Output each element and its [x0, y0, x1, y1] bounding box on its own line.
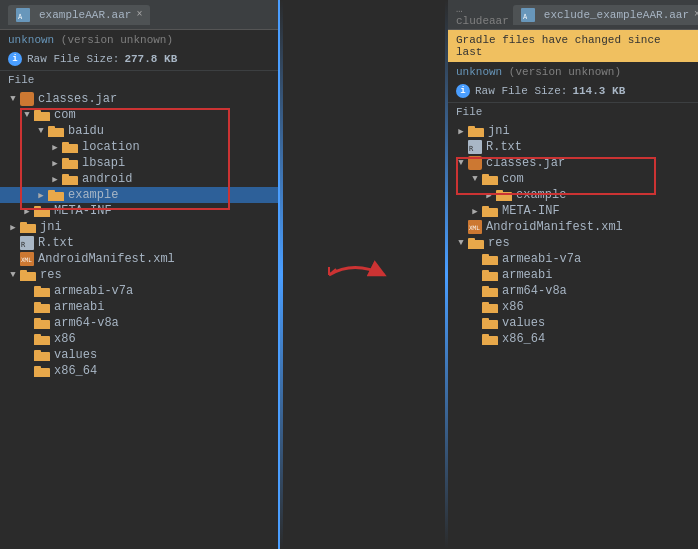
folder-icon-jni-left	[20, 221, 36, 233]
chevron-com-right	[470, 174, 480, 184]
right-panel: …cludeaar A exclude_exampleAAR.aar × Gra…	[448, 0, 698, 549]
folder-icon-android	[62, 173, 78, 185]
right-section-label: File	[448, 102, 698, 121]
folder-icon-armeabi-v7a-right	[482, 253, 498, 265]
aar-icon-right: A	[521, 8, 535, 22]
right-info-icon: i	[456, 84, 470, 98]
svg-text:XML: XML	[21, 256, 32, 263]
svg-rect-15	[34, 206, 41, 210]
left-armeabi[interactable]: armeabi	[0, 299, 278, 315]
folder-icon-arm64-right	[482, 285, 498, 297]
svg-rect-25	[34, 286, 41, 290]
folder-icon-x86-64-right	[482, 333, 498, 345]
left-res[interactable]: res	[0, 267, 278, 283]
right-arm64-v8a[interactable]: arm64-v8a	[448, 283, 698, 299]
left-classes-jar[interactable]: classes.jar	[0, 91, 278, 107]
chevron-jni-left	[8, 222, 18, 232]
chevron-classes-jar-right	[456, 158, 466, 168]
left-tab[interactable]: A exampleAAR.aar ×	[8, 5, 150, 25]
chevron-com	[22, 110, 32, 120]
left-x86-64[interactable]: x86_64	[0, 363, 278, 379]
chevron-meta-inf-right	[470, 206, 480, 216]
folder-icon-values-left	[34, 349, 50, 361]
svg-rect-54	[468, 238, 475, 242]
left-tree: classes.jar com baidu location	[0, 89, 278, 549]
right-android-manifest[interactable]: XML AndroidManifest.xml	[448, 219, 698, 235]
left-baidu[interactable]: baidu	[0, 123, 278, 139]
svg-rect-9	[62, 158, 69, 162]
right-classes-jar[interactable]: classes.jar	[448, 155, 698, 171]
left-example[interactable]: example	[0, 187, 278, 203]
left-x86[interactable]: x86	[0, 331, 278, 347]
svg-rect-64	[482, 318, 489, 322]
left-tab-close[interactable]: ×	[136, 9, 142, 20]
svg-rect-3	[34, 110, 41, 114]
left-r-txt[interactable]: R R.txt	[0, 235, 278, 251]
left-android-manifest[interactable]: XML AndroidManifest.xml	[0, 251, 278, 267]
right-example[interactable]: example	[448, 187, 698, 203]
left-panel: A exampleAAR.aar × unknown (version unkn…	[0, 0, 280, 549]
right-armeabi[interactable]: armeabi	[448, 267, 698, 283]
chevron-res-left	[8, 270, 18, 280]
svg-rect-27	[34, 302, 41, 306]
left-lbsapi[interactable]: lbsapi	[0, 155, 278, 171]
right-file-size-bar: i Raw File Size: 114.3 KB	[448, 82, 698, 102]
left-meta-inf[interactable]: META-INF	[0, 203, 278, 219]
svg-rect-42	[468, 126, 475, 130]
left-values[interactable]: values	[0, 347, 278, 363]
folder-icon-jni-right	[468, 125, 484, 137]
left-info-icon: i	[8, 52, 22, 66]
right-res[interactable]: res	[448, 235, 698, 251]
arrow-area	[280, 0, 448, 549]
folder-icon-x86-right	[482, 301, 498, 313]
right-x86-64[interactable]: x86_64	[448, 331, 698, 347]
left-jni[interactable]: jni	[0, 219, 278, 235]
chevron-jni-right	[456, 126, 466, 136]
folder-icon-armeabi-v7a-left	[34, 285, 50, 297]
svg-rect-5	[48, 126, 55, 130]
gradle-notification: Gradle files have changed since last	[448, 30, 698, 62]
folder-icon-location	[62, 141, 78, 153]
svg-rect-56	[482, 254, 489, 258]
right-values[interactable]: values	[448, 315, 698, 331]
right-armeabi-v7a[interactable]: armeabi-v7a	[448, 251, 698, 267]
folder-icon-x86-left	[34, 333, 50, 345]
left-location[interactable]: location	[0, 139, 278, 155]
left-android[interactable]: android	[0, 171, 278, 187]
left-arm64-v8a[interactable]: arm64-v8a	[0, 315, 278, 331]
arrow-svg	[324, 245, 404, 305]
jar-icon-left	[20, 92, 34, 106]
folder-icon-values-right	[482, 317, 498, 329]
folder-icon-com-right	[482, 173, 498, 185]
right-tab-close[interactable]: ×	[694, 9, 698, 20]
right-info-version: unknown (version unknown)	[448, 62, 698, 82]
svg-rect-33	[34, 350, 41, 354]
folder-icon-baidu	[48, 125, 64, 137]
chevron-lbsapi	[50, 158, 60, 168]
svg-rect-23	[20, 270, 27, 274]
left-armeabi-v7a[interactable]: armeabi-v7a	[0, 283, 278, 299]
left-com[interactable]: com	[0, 107, 278, 123]
folder-icon-res-left	[20, 269, 36, 281]
svg-rect-11	[62, 174, 69, 178]
folder-icon-armeabi-left	[34, 301, 50, 313]
folder-icon-x86-64-left	[34, 365, 50, 377]
folder-icon-lbsapi	[62, 157, 78, 169]
svg-rect-50	[482, 206, 489, 210]
folder-icon-example-left	[48, 189, 64, 201]
chevron-location	[50, 142, 60, 152]
aar-icon-left: A	[16, 8, 30, 22]
svg-rect-58	[482, 270, 489, 274]
right-com[interactable]: com	[448, 171, 698, 187]
right-x86[interactable]: x86	[448, 299, 698, 315]
chevron-meta-inf-left	[22, 206, 32, 216]
svg-rect-29	[34, 318, 41, 322]
left-file-size-bar: i Raw File Size: 277.8 KB	[0, 50, 278, 70]
right-r-txt[interactable]: R R.txt	[448, 139, 698, 155]
chevron-classes-jar	[8, 94, 18, 104]
right-tab[interactable]: A exclude_exampleAAR.aar ×	[513, 5, 698, 25]
right-jni[interactable]: jni	[448, 123, 698, 139]
right-meta-inf[interactable]: META-INF	[448, 203, 698, 219]
svg-rect-46	[482, 174, 489, 178]
folder-icon-meta-inf-right	[482, 205, 498, 217]
